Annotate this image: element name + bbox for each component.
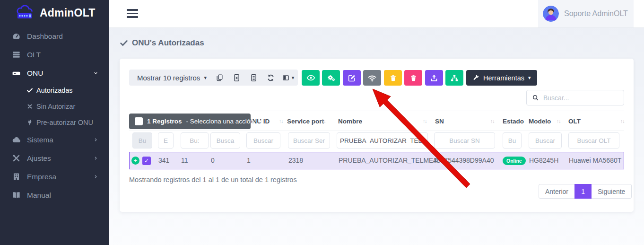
sidebar-item-empresa[interactable]: Empresa [0, 167, 109, 186]
gears-icon [327, 73, 336, 82]
pagination: Anterior 1 Siguiente [539, 184, 632, 199]
sort-icon[interactable]: ↑↓ [620, 111, 625, 131]
pagination-prev-button[interactable]: Anterior [539, 184, 574, 199]
view-button[interactable] [302, 70, 320, 86]
app: AdminOLT Dashboard OLT ONU Autorizadas [0, 0, 644, 245]
sidebar-subitem-label: Pre-autorizar ONU [36, 119, 93, 126]
search-input[interactable] [543, 94, 618, 102]
column-header-nombre[interactable]: Nombre [338, 111, 362, 131]
server-icon [12, 50, 21, 59]
main-area: Soporte AdminOLT ONU's Autorizadas Mostr… [109, 0, 644, 245]
cell-col2: 11 [181, 152, 188, 169]
chevron-down-icon [93, 70, 98, 76]
sort-icon[interactable]: ↑↓ [557, 111, 561, 131]
file-excel-icon [233, 74, 241, 82]
sidebar-subitem-autorizadas[interactable]: Autorizadas [0, 82, 109, 98]
eye-icon [306, 73, 315, 82]
menu-toggle-button[interactable] [127, 9, 138, 18]
tools-dropdown-button[interactable]: Herramientas ▾ [466, 70, 537, 86]
delete-button[interactable] [404, 70, 422, 86]
wifi-button[interactable] [363, 70, 381, 86]
caret-down-icon: ▾ [528, 75, 531, 80]
refresh-button[interactable] [262, 70, 279, 86]
expand-row-button[interactable]: + [131, 157, 139, 165]
sort-icon[interactable]: ↑↓ [279, 111, 283, 131]
bulk-action-label: - Selecciona una acción [186, 118, 254, 125]
cell-nombre: PRUEBA_AUTORIZAR_TELMEX [339, 152, 438, 169]
sidebar-item-ajustes[interactable]: Ajustes [0, 149, 109, 167]
export-excel-button[interactable] [228, 70, 245, 86]
caret-down-icon: ▾ [204, 75, 207, 80]
filter-input-col3[interactable] [210, 132, 240, 149]
table-info-text: Mostrando registros del 1 al 1 de un tot… [129, 176, 297, 184]
caret-down-icon: ▾ [259, 119, 262, 124]
export-file-button[interactable] [245, 70, 262, 86]
sidebar: AdminOLT Dashboard OLT ONU Autorizadas [0, 0, 109, 245]
sidebar-subitem-sin-autorizar[interactable]: Sin Autorizar [0, 98, 109, 114]
filter-input-nombre[interactable] [337, 132, 428, 149]
sidebar-item-olt[interactable]: OLT [0, 45, 109, 64]
sidebar-item-onu[interactable]: ONU [0, 64, 109, 82]
pagination-next-button[interactable]: Siguiente [592, 184, 632, 199]
column-header-service-port[interactable]: Service port [287, 111, 324, 131]
filter-input-olt[interactable] [568, 132, 619, 149]
trash-icon [389, 74, 397, 82]
datatable-card: Mostrar 10 registros ▾ [120, 59, 634, 212]
bulk-action-bar[interactable]: 1 Registros - Selecciona una acción ▾ [129, 114, 251, 129]
sidebar-item-label: Dashboard [27, 32, 63, 41]
filter-input-id[interactable] [158, 132, 174, 149]
brand-logo[interactable]: AdminOLT [0, 0, 109, 20]
cloud-icon [12, 135, 21, 144]
wifi-icon [367, 73, 377, 83]
table-header-row: 1 Registros - Selecciona una acción ▾ ON… [129, 111, 624, 131]
column-header-estado[interactable]: Estado [503, 111, 524, 131]
row-checkbox[interactable]: ✓ [142, 157, 151, 165]
sitemap-button[interactable] [445, 70, 463, 86]
gauge-icon [12, 32, 21, 41]
chevron-right-icon [93, 156, 98, 161]
pagination-page-1[interactable]: 1 [574, 184, 592, 199]
cell-col3: 0 [211, 152, 215, 169]
filter-input-modelo[interactable] [529, 132, 562, 149]
check-icon: ✓ [144, 158, 149, 164]
sidebar-subitem-pre-autorizar[interactable]: Pre-autorizar ONU [0, 114, 109, 131]
cell-service-port: 2318 [288, 152, 303, 169]
soft-delete-button[interactable] [384, 70, 402, 86]
select-all-checkbox[interactable] [135, 117, 143, 125]
filter-input-onu-id[interactable] [246, 132, 280, 149]
refresh-icon [267, 74, 275, 82]
filter-input-col2[interactable] [181, 132, 209, 149]
table-filter-row [129, 132, 624, 149]
column-visibility-dropdown[interactable]: ▾ [279, 70, 296, 86]
sidebar-item-manual[interactable]: Manual [0, 186, 109, 204]
status-badge: Online [503, 157, 526, 165]
sidebar-item-dashboard[interactable]: Dashboard [0, 27, 109, 45]
table-row[interactable]: + ✓ 341 11 0 1 2318 PRUEBA_AUTORIZAR_TEL… [129, 152, 624, 169]
column-header-modelo[interactable]: Modelo [529, 111, 551, 131]
sidebar-item-label: Empresa [27, 173, 56, 181]
upload-button[interactable] [425, 70, 443, 86]
upload-icon [430, 74, 438, 82]
filter-input-estado[interactable] [503, 132, 522, 149]
sort-icon[interactable]: ↑↓ [490, 111, 495, 131]
x-icon [26, 103, 33, 110]
user-menu[interactable]: Soporte AdminOLT [538, 0, 634, 27]
table-search [526, 90, 624, 105]
sidebar-item-sistema[interactable]: Sistema [0, 131, 109, 149]
filter-input-service-port[interactable] [288, 132, 330, 149]
sort-icon[interactable]: ↑↓ [423, 111, 427, 131]
edit-button[interactable] [343, 70, 361, 86]
router-icon [12, 69, 21, 78]
brand-name: AdminOLT [40, 7, 95, 19]
filter-input-sn[interactable] [434, 132, 495, 149]
copy-button[interactable] [211, 70, 228, 86]
content: ONU's Autorizadas Mostrar 10 registros ▾ [109, 27, 644, 245]
column-header-sn[interactable]: SN [435, 111, 444, 131]
show-entries-dropdown[interactable]: Mostrar 10 registros ▾ [129, 74, 211, 82]
check-icon [26, 87, 33, 94]
configure-button[interactable] [322, 70, 340, 86]
sort-icon[interactable]: ↑↓ [322, 111, 326, 131]
page-title: ONU's Autorizadas [120, 38, 204, 48]
column-header-olt[interactable]: OLT [568, 111, 581, 131]
chevron-right-icon [93, 137, 98, 142]
